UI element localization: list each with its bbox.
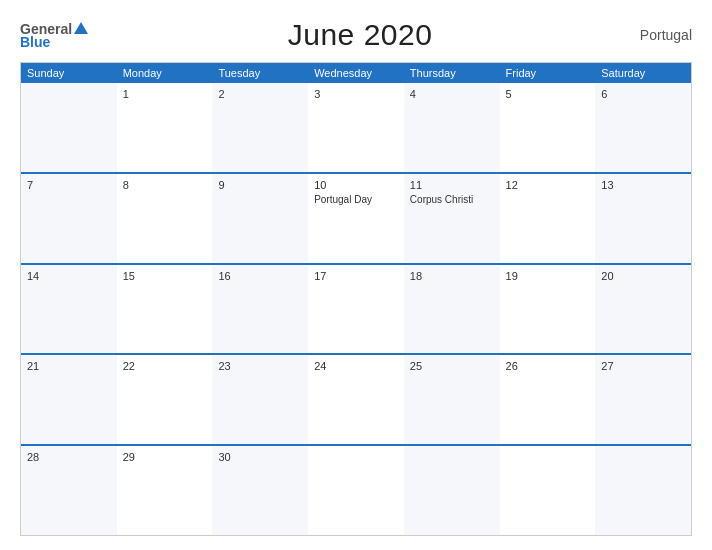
day-cell: 10Portugal Day [308,174,404,263]
day-cell: 1 [117,83,213,172]
week-row-2: 14151617181920 [21,263,691,354]
day-cell: 8 [117,174,213,263]
day-header-sunday: Sunday [21,63,117,83]
week-row-4: 282930 [21,444,691,535]
day-cell [308,446,404,535]
day-number: 3 [314,88,398,100]
weeks: 12345678910Portugal Day11Corpus Christi1… [21,83,691,535]
day-cell [21,83,117,172]
day-cell: 7 [21,174,117,263]
day-cell: 20 [595,265,691,354]
day-cell: 22 [117,355,213,444]
day-header-friday: Friday [500,63,596,83]
day-cell: 13 [595,174,691,263]
day-headers: SundayMondayTuesdayWednesdayThursdayFrid… [21,63,691,83]
day-number: 13 [601,179,685,191]
day-event: Corpus Christi [410,193,494,206]
day-cell: 15 [117,265,213,354]
day-cell: 14 [21,265,117,354]
day-cell: 4 [404,83,500,172]
logo-triangle-icon [74,22,88,34]
day-cell: 29 [117,446,213,535]
day-number: 24 [314,360,398,372]
day-cell: 2 [212,83,308,172]
day-cell: 28 [21,446,117,535]
day-cell: 23 [212,355,308,444]
day-header-wednesday: Wednesday [308,63,404,83]
day-number: 26 [506,360,590,372]
day-cell: 5 [500,83,596,172]
day-cell: 3 [308,83,404,172]
week-row-3: 21222324252627 [21,353,691,444]
day-number: 14 [27,270,111,282]
calendar: SundayMondayTuesdayWednesdayThursdayFrid… [20,62,692,536]
day-number: 7 [27,179,111,191]
day-cell [404,446,500,535]
day-cell: 25 [404,355,500,444]
day-cell: 12 [500,174,596,263]
day-number: 27 [601,360,685,372]
day-header-thursday: Thursday [404,63,500,83]
day-number: 2 [218,88,302,100]
day-number: 10 [314,179,398,191]
logo-blue-text: Blue [20,34,50,50]
day-number: 18 [410,270,494,282]
day-event: Portugal Day [314,193,398,206]
day-cell: 21 [21,355,117,444]
day-number: 9 [218,179,302,191]
country-label: Portugal [632,27,692,43]
day-number: 5 [506,88,590,100]
day-number: 17 [314,270,398,282]
week-row-1: 78910Portugal Day11Corpus Christi1213 [21,172,691,263]
day-number: 8 [123,179,207,191]
day-cell: 9 [212,174,308,263]
day-number: 19 [506,270,590,282]
day-number: 28 [27,451,111,463]
day-cell: 26 [500,355,596,444]
day-cell: 16 [212,265,308,354]
day-cell [595,446,691,535]
day-cell: 24 [308,355,404,444]
day-cell: 17 [308,265,404,354]
day-number: 12 [506,179,590,191]
day-number: 15 [123,270,207,282]
day-header-monday: Monday [117,63,213,83]
day-cell: 30 [212,446,308,535]
day-number: 4 [410,88,494,100]
day-number: 29 [123,451,207,463]
logo: General Blue [20,21,88,50]
day-number: 11 [410,179,494,191]
day-cell [500,446,596,535]
day-cell: 18 [404,265,500,354]
month-title: June 2020 [288,18,433,52]
day-number: 1 [123,88,207,100]
day-cell: 6 [595,83,691,172]
day-header-tuesday: Tuesday [212,63,308,83]
day-cell: 11Corpus Christi [404,174,500,263]
day-number: 25 [410,360,494,372]
day-number: 6 [601,88,685,100]
day-number: 30 [218,451,302,463]
day-number: 21 [27,360,111,372]
day-number: 22 [123,360,207,372]
day-header-saturday: Saturday [595,63,691,83]
day-number: 16 [218,270,302,282]
day-cell: 27 [595,355,691,444]
week-row-0: 123456 [21,83,691,172]
day-number: 20 [601,270,685,282]
day-cell: 19 [500,265,596,354]
day-number: 23 [218,360,302,372]
